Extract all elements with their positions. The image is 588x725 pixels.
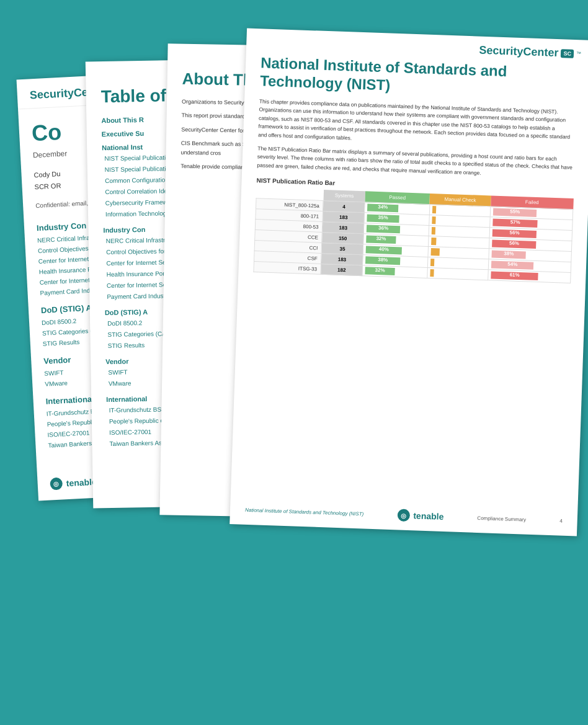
page1-footer: ◎ tenable: [50, 475, 97, 490]
row-sys-6: 182: [321, 264, 362, 275]
footer-center-text: Compliance Summary: [477, 515, 526, 522]
ratio-bar-section: NIST Publication Ratio Bar Systems Passe…: [253, 177, 574, 283]
page4-footer: National Institute of Standards and Tech…: [230, 503, 577, 528]
nist-page: SecurityCenter SC ™ National Institute o…: [229, 28, 588, 536]
row-sys-3: 150: [322, 232, 363, 244]
row-sys-1: 183: [323, 211, 364, 223]
tenable-icon-p1: ◎: [50, 477, 63, 490]
sc-logo-badge-p4: SC: [561, 48, 574, 58]
tenable-icon-p4: ◎: [397, 509, 410, 522]
page4-content: National Institute of Standards and Tech…: [238, 53, 588, 296]
tenable-text-p4: tenable: [413, 510, 444, 522]
footer-left-text: National Institute of Standards and Tech…: [245, 507, 364, 517]
sc-logo-text-p4: SecurityCenter: [479, 43, 559, 59]
row-sys-0: 4: [323, 200, 365, 212]
tenable-logo-p4: ◎ tenable: [397, 509, 444, 523]
sc-logo-tm-p4: ™: [576, 51, 581, 56]
col-systems-header: Systems: [323, 190, 365, 202]
tenable-logo-p1: ◎ tenable: [50, 475, 97, 490]
row-sys-4: 35: [321, 242, 363, 254]
nist-para-0: This chapter provides compliance data on…: [258, 97, 577, 150]
row-passed-6: 32%: [362, 265, 427, 278]
footer-page-num: 4: [559, 518, 563, 523]
row-sys-5: 183: [321, 253, 363, 265]
nist-ratio-table: Systems Passed Manual Check Failed NIST_…: [253, 187, 573, 283]
row-name-6: ITSG-33: [254, 261, 321, 274]
pages-container: SecurityCenter SC ™ Co December Cody Du …: [27, 34, 561, 692]
row-manual-6: [427, 267, 488, 280]
nist-para-1: The NIST Publication Ratio Bar matrix di…: [257, 144, 575, 180]
row-sys-2: 183: [323, 221, 364, 233]
